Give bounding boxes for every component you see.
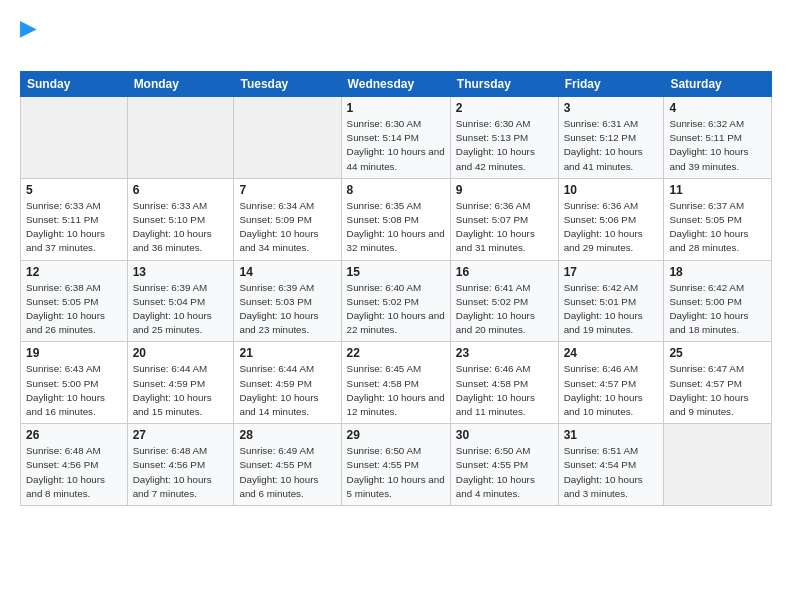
column-header-friday: Friday [558, 72, 664, 97]
day-info: Sunrise: 6:36 AM Sunset: 5:07 PM Dayligh… [456, 199, 553, 256]
day-number: 23 [456, 346, 553, 360]
day-number: 16 [456, 265, 553, 279]
day-number: 13 [133, 265, 229, 279]
logo-bird-icon: ▶ [20, 17, 35, 39]
day-info: Sunrise: 6:33 AM Sunset: 5:11 PM Dayligh… [26, 199, 122, 256]
column-header-thursday: Thursday [450, 72, 558, 97]
day-info: Sunrise: 6:30 AM Sunset: 5:14 PM Dayligh… [347, 117, 445, 174]
calendar-cell: 26Sunrise: 6:48 AM Sunset: 4:56 PM Dayli… [21, 424, 128, 506]
day-number: 7 [239, 183, 335, 197]
calendar-cell: 8Sunrise: 6:35 AM Sunset: 5:08 PM Daylig… [341, 178, 450, 260]
calendar-header-row: SundayMondayTuesdayWednesdayThursdayFrid… [21, 72, 772, 97]
day-info: Sunrise: 6:39 AM Sunset: 5:03 PM Dayligh… [239, 281, 335, 338]
day-number: 24 [564, 346, 659, 360]
week-row-4: 19Sunrise: 6:43 AM Sunset: 5:00 PM Dayli… [21, 342, 772, 424]
calendar-cell: 27Sunrise: 6:48 AM Sunset: 4:56 PM Dayli… [127, 424, 234, 506]
calendar-cell: 9Sunrise: 6:36 AM Sunset: 5:07 PM Daylig… [450, 178, 558, 260]
calendar-cell [127, 97, 234, 179]
calendar-cell: 12Sunrise: 6:38 AM Sunset: 5:05 PM Dayli… [21, 260, 128, 342]
calendar-cell: 15Sunrise: 6:40 AM Sunset: 5:02 PM Dayli… [341, 260, 450, 342]
day-info: Sunrise: 6:38 AM Sunset: 5:05 PM Dayligh… [26, 281, 122, 338]
week-row-2: 5Sunrise: 6:33 AM Sunset: 5:11 PM Daylig… [21, 178, 772, 260]
calendar-cell: 29Sunrise: 6:50 AM Sunset: 4:55 PM Dayli… [341, 424, 450, 506]
calendar-cell: 1Sunrise: 6:30 AM Sunset: 5:14 PM Daylig… [341, 97, 450, 179]
day-number: 14 [239, 265, 335, 279]
day-number: 22 [347, 346, 445, 360]
calendar: SundayMondayTuesdayWednesdayThursdayFrid… [20, 71, 772, 506]
day-number: 11 [669, 183, 766, 197]
calendar-cell: 17Sunrise: 6:42 AM Sunset: 5:01 PM Dayli… [558, 260, 664, 342]
day-number: 6 [133, 183, 229, 197]
column-header-sunday: Sunday [21, 72, 128, 97]
day-info: Sunrise: 6:32 AM Sunset: 5:11 PM Dayligh… [669, 117, 766, 174]
calendar-cell: 18Sunrise: 6:42 AM Sunset: 5:00 PM Dayli… [664, 260, 772, 342]
day-info: Sunrise: 6:33 AM Sunset: 5:10 PM Dayligh… [133, 199, 229, 256]
day-info: Sunrise: 6:43 AM Sunset: 5:00 PM Dayligh… [26, 362, 122, 419]
calendar-cell: 30Sunrise: 6:50 AM Sunset: 4:55 PM Dayli… [450, 424, 558, 506]
day-number: 19 [26, 346, 122, 360]
calendar-cell: 16Sunrise: 6:41 AM Sunset: 5:02 PM Dayli… [450, 260, 558, 342]
calendar-cell: 23Sunrise: 6:46 AM Sunset: 4:58 PM Dayli… [450, 342, 558, 424]
day-info: Sunrise: 6:45 AM Sunset: 4:58 PM Dayligh… [347, 362, 445, 419]
day-info: Sunrise: 6:31 AM Sunset: 5:12 PM Dayligh… [564, 117, 659, 174]
day-info: Sunrise: 6:41 AM Sunset: 5:02 PM Dayligh… [456, 281, 553, 338]
day-number: 8 [347, 183, 445, 197]
day-number: 28 [239, 428, 335, 442]
day-info: Sunrise: 6:37 AM Sunset: 5:05 PM Dayligh… [669, 199, 766, 256]
calendar-cell: 14Sunrise: 6:39 AM Sunset: 5:03 PM Dayli… [234, 260, 341, 342]
day-info: Sunrise: 6:49 AM Sunset: 4:55 PM Dayligh… [239, 444, 335, 501]
day-number: 17 [564, 265, 659, 279]
day-info: Sunrise: 6:48 AM Sunset: 4:56 PM Dayligh… [133, 444, 229, 501]
calendar-cell: 13Sunrise: 6:39 AM Sunset: 5:04 PM Dayli… [127, 260, 234, 342]
calendar-cell: 11Sunrise: 6:37 AM Sunset: 5:05 PM Dayli… [664, 178, 772, 260]
day-number: 18 [669, 265, 766, 279]
day-info: Sunrise: 6:35 AM Sunset: 5:08 PM Dayligh… [347, 199, 445, 256]
calendar-cell: 21Sunrise: 6:44 AM Sunset: 4:59 PM Dayli… [234, 342, 341, 424]
day-info: Sunrise: 6:30 AM Sunset: 5:13 PM Dayligh… [456, 117, 553, 174]
day-info: Sunrise: 6:39 AM Sunset: 5:04 PM Dayligh… [133, 281, 229, 338]
calendar-cell: 31Sunrise: 6:51 AM Sunset: 4:54 PM Dayli… [558, 424, 664, 506]
calendar-cell [21, 97, 128, 179]
day-number: 29 [347, 428, 445, 442]
calendar-cell: 24Sunrise: 6:46 AM Sunset: 4:57 PM Dayli… [558, 342, 664, 424]
day-number: 25 [669, 346, 766, 360]
calendar-cell: 22Sunrise: 6:45 AM Sunset: 4:58 PM Dayli… [341, 342, 450, 424]
day-number: 2 [456, 101, 553, 115]
day-number: 21 [239, 346, 335, 360]
calendar-cell: 4Sunrise: 6:32 AM Sunset: 5:11 PM Daylig… [664, 97, 772, 179]
calendar-cell: 28Sunrise: 6:49 AM Sunset: 4:55 PM Dayli… [234, 424, 341, 506]
day-number: 12 [26, 265, 122, 279]
day-number: 26 [26, 428, 122, 442]
column-header-monday: Monday [127, 72, 234, 97]
day-info: Sunrise: 6:50 AM Sunset: 4:55 PM Dayligh… [456, 444, 553, 501]
column-header-tuesday: Tuesday [234, 72, 341, 97]
day-number: 20 [133, 346, 229, 360]
day-number: 4 [669, 101, 766, 115]
calendar-cell: 19Sunrise: 6:43 AM Sunset: 5:00 PM Dayli… [21, 342, 128, 424]
calendar-cell: 6Sunrise: 6:33 AM Sunset: 5:10 PM Daylig… [127, 178, 234, 260]
day-info: Sunrise: 6:51 AM Sunset: 4:54 PM Dayligh… [564, 444, 659, 501]
day-info: Sunrise: 6:42 AM Sunset: 5:01 PM Dayligh… [564, 281, 659, 338]
day-number: 15 [347, 265, 445, 279]
day-number: 27 [133, 428, 229, 442]
day-number: 9 [456, 183, 553, 197]
day-number: 31 [564, 428, 659, 442]
week-row-3: 12Sunrise: 6:38 AM Sunset: 5:05 PM Dayli… [21, 260, 772, 342]
calendar-cell: 7Sunrise: 6:34 AM Sunset: 5:09 PM Daylig… [234, 178, 341, 260]
calendar-cell: 3Sunrise: 6:31 AM Sunset: 5:12 PM Daylig… [558, 97, 664, 179]
day-number: 5 [26, 183, 122, 197]
column-header-wednesday: Wednesday [341, 72, 450, 97]
calendar-cell: 5Sunrise: 6:33 AM Sunset: 5:11 PM Daylig… [21, 178, 128, 260]
day-number: 10 [564, 183, 659, 197]
day-info: Sunrise: 6:46 AM Sunset: 4:58 PM Dayligh… [456, 362, 553, 419]
day-info: Sunrise: 6:44 AM Sunset: 4:59 PM Dayligh… [239, 362, 335, 419]
day-info: Sunrise: 6:47 AM Sunset: 4:57 PM Dayligh… [669, 362, 766, 419]
day-number: 3 [564, 101, 659, 115]
page: ▶ SundayMondayTuesdayWednesdayThursdayFr… [0, 0, 792, 516]
day-number: 30 [456, 428, 553, 442]
day-info: Sunrise: 6:50 AM Sunset: 4:55 PM Dayligh… [347, 444, 445, 501]
day-info: Sunrise: 6:46 AM Sunset: 4:57 PM Dayligh… [564, 362, 659, 419]
calendar-cell: 20Sunrise: 6:44 AM Sunset: 4:59 PM Dayli… [127, 342, 234, 424]
week-row-5: 26Sunrise: 6:48 AM Sunset: 4:56 PM Dayli… [21, 424, 772, 506]
day-info: Sunrise: 6:40 AM Sunset: 5:02 PM Dayligh… [347, 281, 445, 338]
